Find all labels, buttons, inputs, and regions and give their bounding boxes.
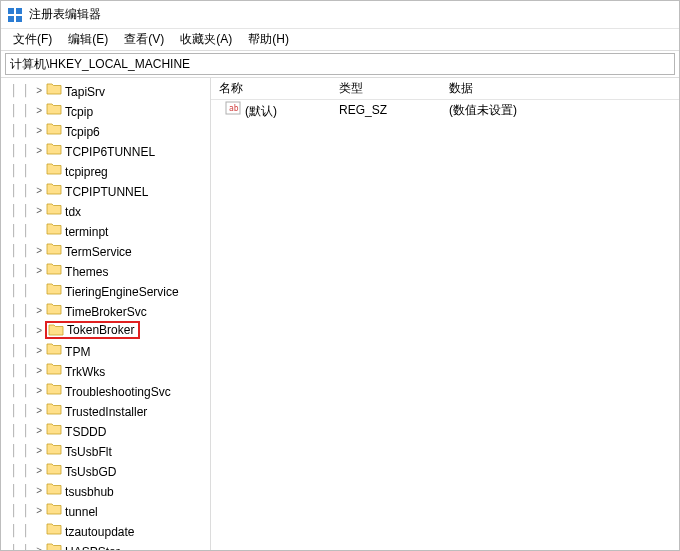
tree-item-tieringengineservice[interactable]: │ │ TieringEngineService: [1, 280, 210, 300]
menu-favorites[interactable]: 收藏夹(A): [172, 29, 240, 50]
folder-icon: [46, 305, 62, 319]
expand-icon[interactable]: >: [33, 385, 45, 396]
expand-icon[interactable]: >: [33, 485, 45, 496]
expand-icon[interactable]: >: [33, 325, 45, 336]
expand-icon[interactable]: >: [33, 545, 45, 551]
tree-item-themes[interactable]: │ │ >Themes: [1, 260, 210, 280]
svg-rect-1: [16, 8, 22, 14]
expand-icon[interactable]: >: [33, 345, 45, 356]
tree-item-timebrokersvc[interactable]: │ │ >TimeBrokerSvc: [1, 300, 210, 320]
title-bar: 注册表编辑器: [1, 1, 679, 29]
folder-icon: [46, 265, 62, 279]
tree-item-trustedinstaller[interactable]: │ │ >TrustedInstaller: [1, 400, 210, 420]
tree-item-tcpip6[interactable]: │ │ >Tcpip6: [1, 120, 210, 140]
folder-icon: [46, 105, 62, 119]
tree-item-tsusbflt[interactable]: │ │ >TsUsbFlt: [1, 440, 210, 460]
tree-label: terminpt: [65, 225, 108, 239]
tree-gutter: │ │: [9, 344, 33, 356]
folder-icon: [46, 465, 62, 479]
tree-gutter: │ │: [9, 544, 33, 550]
tree-gutter: │ │: [9, 104, 33, 116]
tree-label: TimeBrokerSvc: [65, 305, 147, 319]
expand-icon[interactable]: >: [33, 465, 45, 476]
tree-item-tcpipreg[interactable]: │ │ tcpipreg: [1, 160, 210, 180]
folder-icon: [46, 505, 62, 519]
tree-label: UASPStor: [65, 545, 120, 551]
tree-item-tokenbroker[interactable]: │ │ >TokenBroker: [1, 320, 210, 340]
tree-item-tpm[interactable]: │ │ >TPM: [1, 340, 210, 360]
expand-icon[interactable]: >: [33, 505, 45, 516]
expand-icon[interactable]: >: [33, 445, 45, 456]
expand-icon[interactable]: >: [33, 305, 45, 316]
tree-label: TrkWks: [65, 365, 105, 379]
tree-label: TermService: [65, 245, 132, 259]
tree-label: Themes: [65, 265, 108, 279]
tree-item-tsusbhub[interactable]: │ │ >tsusbhub: [1, 480, 210, 500]
tree-gutter: │ │: [9, 164, 33, 176]
window-title: 注册表编辑器: [29, 6, 101, 23]
expand-icon[interactable]: >: [33, 425, 45, 436]
menu-help[interactable]: 帮助(H): [240, 29, 297, 50]
tree-item-tcpip6tunnel[interactable]: │ │ >TCPIP6TUNNEL: [1, 140, 210, 160]
regedit-window: 注册表编辑器 文件(F) 编辑(E) 查看(V) 收藏夹(A) 帮助(H) 计算…: [0, 0, 680, 551]
tree-gutter: │ │: [9, 524, 33, 536]
col-data[interactable]: 数据: [441, 80, 679, 97]
list-pane[interactable]: 名称 类型 数据 ab(默认)REG_SZ(数值未设置): [211, 78, 679, 550]
tree-label: TapiSrv: [65, 85, 105, 99]
folder-icon: [46, 525, 62, 539]
tree-item-uaspstor[interactable]: │ │ >UASPStor: [1, 540, 210, 550]
tree-label: TsUsbGD: [65, 465, 116, 479]
tree-item-tdx[interactable]: │ │ >tdx: [1, 200, 210, 220]
tree-item-tsddd[interactable]: │ │ >TSDDD: [1, 420, 210, 440]
expand-icon[interactable]: >: [33, 105, 45, 116]
folder-icon: [48, 323, 64, 337]
folder-icon: [46, 385, 62, 399]
tree-item-tsusbgd[interactable]: │ │ >TsUsbGD: [1, 460, 210, 480]
address-bar[interactable]: 计算机\HKEY_LOCAL_MACHINE: [5, 53, 675, 75]
tree-gutter: │ │: [9, 244, 33, 256]
menu-edit[interactable]: 编辑(E): [60, 29, 116, 50]
folder-icon: [46, 285, 62, 299]
tree-gutter: │ │: [9, 404, 33, 416]
folder-icon: [46, 85, 62, 99]
expand-icon[interactable]: >: [33, 145, 45, 156]
tree-label: tcpipreg: [65, 165, 108, 179]
tree-item-tzautoupdate[interactable]: │ │ tzautoupdate: [1, 520, 210, 540]
folder-icon: [46, 165, 62, 179]
list-row[interactable]: ab(默认)REG_SZ(数值未设置): [211, 100, 679, 120]
tree-item-troubleshootingsvc[interactable]: │ │ >TroubleshootingSvc: [1, 380, 210, 400]
tree-item-termservice[interactable]: │ │ >TermService: [1, 240, 210, 260]
list-body: ab(默认)REG_SZ(数值未设置): [211, 100, 679, 120]
expand-icon[interactable]: >: [33, 205, 45, 216]
folder-icon: [46, 145, 62, 159]
tree-gutter: │ │: [9, 424, 33, 436]
tree-gutter: │ │: [9, 324, 33, 336]
tree-item-tapisrv[interactable]: │ │ >TapiSrv: [1, 80, 210, 100]
tree-item-tunnel[interactable]: │ │ >tunnel: [1, 500, 210, 520]
tree-gutter: │ │: [9, 464, 33, 476]
expand-icon[interactable]: >: [33, 265, 45, 276]
tree-item-tcpip[interactable]: │ │ >Tcpip: [1, 100, 210, 120]
tree-gutter: │ │: [9, 484, 33, 496]
folder-icon: [46, 245, 62, 259]
col-name[interactable]: 名称: [211, 80, 331, 97]
tree-item-tcpiptunnel[interactable]: │ │ >TCPIPTUNNEL: [1, 180, 210, 200]
tree-item-terminpt[interactable]: │ │ terminpt: [1, 220, 210, 240]
tree-label: TieringEngineService: [65, 285, 179, 299]
expand-icon[interactable]: >: [33, 245, 45, 256]
tree-pane[interactable]: │ │ >TapiSrv │ │ >Tcpip │ │ >Tcpip6 │ │ …: [1, 78, 211, 550]
col-type[interactable]: 类型: [331, 80, 441, 97]
tree-label: tdx: [65, 205, 81, 219]
tree-label: Tcpip: [65, 105, 93, 119]
tree-item-trkwks[interactable]: │ │ >TrkWks: [1, 360, 210, 380]
menu-view[interactable]: 查看(V): [116, 29, 172, 50]
value-name: (默认): [245, 104, 277, 118]
content-area: │ │ >TapiSrv │ │ >Tcpip │ │ >Tcpip6 │ │ …: [1, 77, 679, 550]
expand-icon[interactable]: >: [33, 405, 45, 416]
tree-gutter: │ │: [9, 184, 33, 196]
expand-icon[interactable]: >: [33, 365, 45, 376]
expand-icon[interactable]: >: [33, 185, 45, 196]
expand-icon[interactable]: >: [33, 125, 45, 136]
expand-icon[interactable]: >: [33, 85, 45, 96]
menu-file[interactable]: 文件(F): [5, 29, 60, 50]
